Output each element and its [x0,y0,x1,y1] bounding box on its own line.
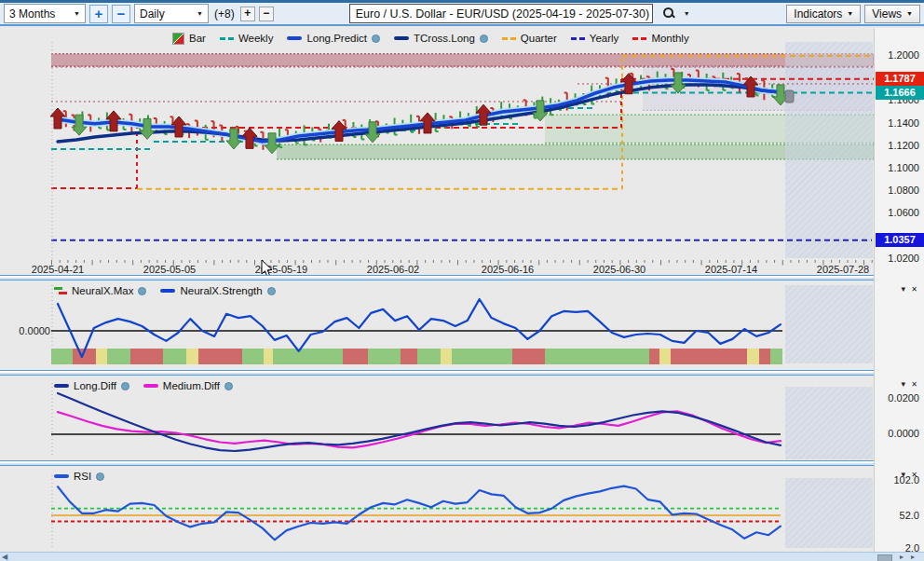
legend-item-monthly[interactable]: Monthly [632,33,688,44]
main-chart-panel: BarWeeklyLong.PredictTCross.LongQuarterY… [0,28,874,275]
search-icon[interactable] [662,7,676,21]
info-icon[interactable] [267,287,276,295]
neuralx-max-block [273,349,343,364]
scroll-left-button[interactable]: ◀ [2,553,7,561]
neuralx-max-block [512,349,545,364]
symbol-search-input[interactable]: Euro / U.S. Dollar - EUR/USD (2025-04-19… [349,4,653,23]
neuralx-max-block [198,349,242,364]
legend-item-yearly[interactable]: Yearly [571,33,619,44]
scroll-right-edge-button[interactable]: ▸ [911,553,915,561]
zoom-out-button[interactable]: − [112,5,130,23]
charting-app-window: 3 Months▼ + − Daily▼ (+8) + − Euro / U.S… [0,0,924,561]
main-chart-plot[interactable] [0,28,874,275]
neuralx-max-block [659,349,671,364]
line-sample-icon [571,37,585,40]
close-neuralx-button[interactable]: ✕ [911,285,917,294]
time-axis-label: 2025-05-05 [130,264,209,275]
zoom-in-button[interactable]: + [89,5,108,23]
chevron-down-icon: ▼ [847,10,853,17]
neuralx-max-block [107,349,130,364]
legend-label: TCross.Long [414,33,475,44]
close-rsi-button[interactable]: ✕ [911,471,917,479]
time-axis-label: 2025-06-30 [580,264,659,275]
info-icon[interactable] [480,34,488,43]
neuralx-max-block [186,349,198,364]
legend-item-tcross-long[interactable]: TCross.Long [394,33,488,44]
time-axis-label: 2025-07-14 [692,264,770,275]
neuralx-max-icon [54,286,67,295]
horizontal-scrollbar[interactable]: ◀ ▸ ▸ [0,552,924,561]
info-icon[interactable] [372,34,380,43]
legend-item-rsi[interactable]: RSI [54,471,104,482]
neuralx-max-block [417,349,441,364]
neuralx-max-block [452,349,512,364]
diff-panel: Long.DiffMedium.Diff [0,376,874,460]
info-icon[interactable] [121,382,129,390]
legend-label: Yearly [590,33,619,44]
price-axis-label: 1.1400 [876,117,919,129]
legend-label: RSI [74,471,91,482]
neuralx-max-block [51,349,73,364]
close-diff-button[interactable]: ✕ [911,380,917,389]
time-axis-label: 2025-06-02 [354,264,432,275]
legend-label: Medium.Diff [163,380,220,391]
indicators-button[interactable]: Indicators▼ [786,5,861,23]
interval-select[interactable]: Daily▼ [134,4,209,23]
legend-item-medium-diff[interactable]: Medium.Diff [143,380,233,391]
neuralx-max-block [545,349,649,364]
search-dropdown-arrow-icon[interactable]: ▼ [684,10,690,17]
rsi-mid-label: 52.0 [876,510,919,521]
collapse-rsi-button[interactable]: ▾ [901,471,905,479]
legend-item-neuralx-max[interactable]: NeuralX.Max [54,285,146,296]
legend-item-bar[interactable]: Bar [172,33,206,45]
remove-bars-button[interactable]: − [259,7,274,21]
scroll-right-button[interactable]: ▸ [900,553,904,561]
neuralx-zero-label: 0.0000 [13,325,50,336]
neuralx-max-block [343,349,368,364]
time-axis-label: 2025-04-21 [19,264,97,275]
bar-style-icon [172,33,184,45]
chevron-down-icon: ▼ [906,10,913,17]
price-pin-handle[interactable] [785,90,794,103]
price-tag-1.0357: 1.0357 [876,233,924,247]
diff-zero-label: 0.0000 [876,428,919,439]
legend-label: Bar [189,33,206,44]
neuralx-strength-line [58,299,781,357]
diff-legend: Long.DiffMedium.Diff [54,379,233,392]
time-axis-label: 2025-06-16 [469,264,547,275]
neuralx-panel: NeuralX.MaxNeuralX.Strength 0.0000 [0,280,874,370]
collapse-diff-button[interactable]: ▾ [901,380,905,389]
range-select[interactable]: 3 Months▼ [4,4,86,23]
time-axis-label: 2025-07-28 [804,264,882,275]
neuralx-max-block [649,349,659,364]
info-icon[interactable] [138,287,146,295]
scroll-thumb[interactable] [877,554,892,561]
views-button[interactable]: Views▼ [864,5,920,23]
price-tag-1.1787: 1.1787 [876,72,924,86]
rsi-legend: RSI [54,470,104,483]
long-diff-line [58,393,781,451]
neuralx-max-block [368,349,401,364]
legend-label: Weekly [238,33,274,44]
medium-diff-line [58,411,781,447]
line-sample-icon [394,36,409,40]
diff-upper-label: 0.0200 [876,392,919,404]
rsi-plot[interactable] [0,466,874,552]
info-icon[interactable] [224,382,233,390]
collapse-neuralx-button[interactable]: ▾ [901,285,905,294]
add-bars-button[interactable]: + [240,7,255,21]
info-icon[interactable] [96,472,104,481]
neuralx-max-block [264,349,273,364]
neuralx-legend: NeuralX.MaxNeuralX.Strength [54,284,276,297]
price-axis-label: 1.2000 [876,49,919,61]
toolbar: 3 Months▼ + − Daily▼ (+8) + − Euro / U.S… [0,3,924,26]
chevron-down-icon: ▼ [74,10,80,17]
price-axis-label: 1.1000 [876,162,919,173]
legend-item-neuralx-strength[interactable]: NeuralX.Strength [160,285,275,296]
legend-item-quarter[interactable]: Quarter [502,33,557,44]
legend-item-long-diff[interactable]: Long.Diff [54,380,129,391]
price-axis: 1.20001.16001.14001.12001.10001.08001.06… [874,28,924,552]
legend-label: Long.Predict [306,33,367,44]
legend-item-weekly[interactable]: Weekly [220,33,274,44]
legend-item-long-predict[interactable]: Long.Predict [287,33,380,44]
